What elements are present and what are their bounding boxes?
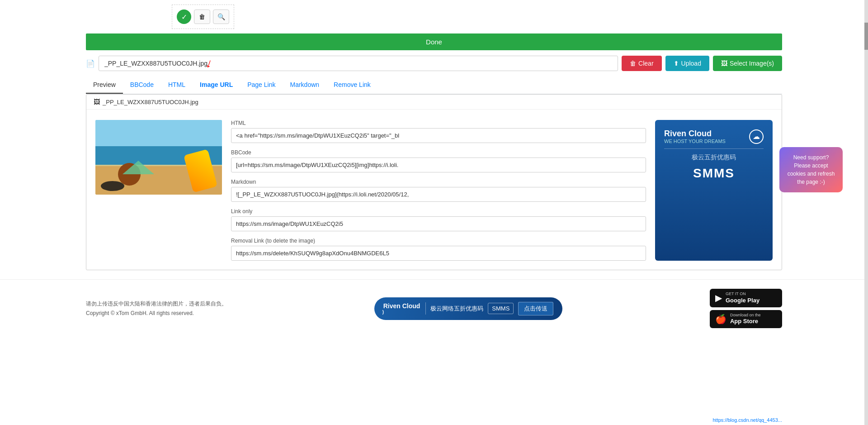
removal-link-field-group: Removal Link (to delete the image) [231,238,646,261]
ad-promo-code: SMMS [693,166,735,181]
html-field[interactable] [231,128,646,143]
fields-section: HTML BBCode Markdown Link only Removal L… [231,120,646,261]
google-play-icon: ▶ [715,292,722,303]
ad-subtitle: WE HOST YOUR DREAMS [664,138,726,144]
tab-page-link[interactable]: Page Link [240,76,283,94]
select-images-button[interactable]: 🖼 Select Image(s) [713,56,782,71]
cloud-icon: ☁ [749,129,764,144]
footer-ad-text: 极云网络五折优惠码 [430,305,483,313]
file-icon: 📄 [86,59,95,68]
google-play-button[interactable]: ▶ GET IT ON Google Play [710,289,782,307]
footer-ad-code: SMMS [488,303,514,314]
delete-thumb-button[interactable]: 🗑 [194,10,210,24]
removal-link-field[interactable] [231,246,646,261]
clear-button[interactable]: 🗑 Clear [622,56,661,71]
apple-icon: 🍎 [715,314,726,325]
bbcode-field[interactable] [231,158,646,172]
link-only-field[interactable] [231,216,646,231]
tabs-bar: Preview BBCode HTML Image URL ↓ Page Lin… [86,76,782,94]
preview-image [95,120,222,195]
tab-bbcode[interactable]: BBCode [123,76,161,94]
upload-success-icon: ✓ [177,10,191,24]
support-bubble: Need support? Please accept cookies and … [779,147,843,192]
trash-icon: 🗑 [630,60,636,67]
footer-ad-banner: Riven Cloud ) 极云网络五折优惠码 SMMS 点击传送 [374,297,563,320]
app-store-sub: Download on the [730,313,761,318]
bbcode-label: BBCode [231,149,646,156]
footer: 请勿上传违反中国大陆和香港法律的图片，违者后果自负。 Copyright © x… [0,279,868,337]
google-play-main: Google Play [726,297,760,305]
riven-cloud-ad: Riven Cloud WE HOST YOUR DREAMS ☁ 极云五折优惠… [655,120,773,261]
app-store-button[interactable]: 🍎 Download on the App Store [710,310,782,329]
app-store-buttons: ▶ GET IT ON Google Play 🍎 Download on th… [710,289,782,328]
tab-html[interactable]: HTML [161,76,193,94]
tab-remove-link[interactable]: Remove Link [326,76,378,94]
google-play-sub: GET IT ON [726,291,760,297]
ad-divider [664,148,764,149]
url-display: https://blog.csdn.net/qq_4453... [712,417,782,423]
done-status-bar: Done [86,33,782,50]
markdown-field[interactable] [231,187,646,202]
footer-ad-send-button[interactable]: 点击传送 [518,302,553,315]
link-only-label: Link only [231,208,646,215]
filename-input[interactable] [99,56,618,71]
footer-ad-brand: Riven Cloud ) [383,302,426,315]
tab-preview[interactable]: Preview [86,76,123,94]
upload-button[interactable]: ⬆ Upload [665,56,709,71]
html-field-group: HTML [231,120,646,143]
tab-image-url[interactable]: Image URL ↓ [193,76,240,94]
card-title: 🖼 _PP_LE_WZXX887U5TUOC0JH.jpg [86,95,782,110]
scrollbar[interactable] [864,0,868,425]
link-only-field-group: Link only [231,208,646,231]
bbcode-field-group: BBCode [231,149,646,172]
html-label: HTML [231,120,646,126]
main-content-card: 🖼 _PP_LE_WZXX887U5TUOC0JH.jpg HTML [86,94,782,270]
zoom-thumb-button[interactable]: 🔍 [213,10,229,24]
markdown-field-group: Markdown [231,179,646,202]
scrollbar-thumb[interactable] [864,23,868,50]
footer-text: 请勿上传违反中国大陆和香港法律的图片，违者后果自负。 Copyright © x… [86,299,227,318]
markdown-label: Markdown [231,179,646,185]
removal-link-label: Removal Link (to delete the image) [231,238,646,244]
ad-promo-text: 极云五折优惠码 [692,153,736,162]
ad-title: Riven Cloud [664,129,726,138]
upload-icon: ⬆ [674,60,679,67]
tab-markdown[interactable]: Markdown [283,76,326,94]
image-icon: 🖼 [721,60,727,67]
app-store-main: App Store [730,318,761,325]
